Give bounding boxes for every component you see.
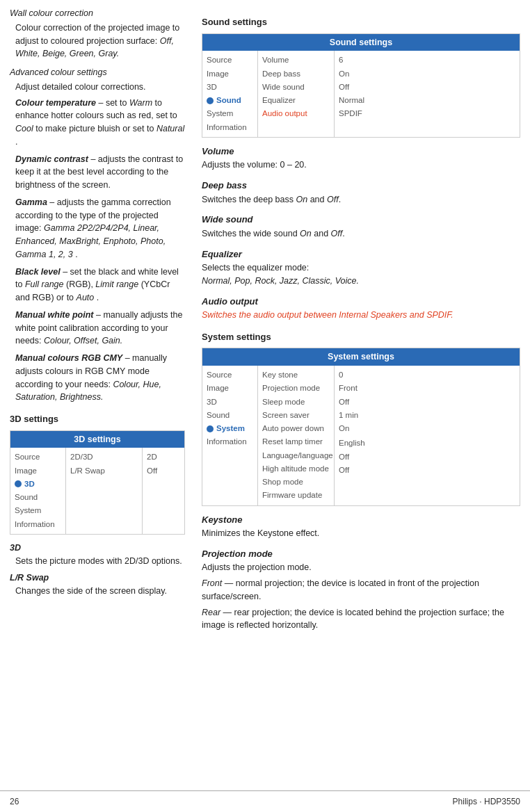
3d-item-3d: 3D Sets the picture modes with 2D/3D opt… — [10, 542, 185, 568]
3d-val-lrswap: Off — [147, 464, 180, 478]
widesound-on: On — [300, 229, 312, 238]
3d-settings-values: 2D Off — [143, 448, 184, 534]
3d-settings-menu: 2D/3D L/R Swap — [66, 448, 143, 534]
colour-temperature-entry: Colour temperature – set to Warm to enha… — [10, 97, 185, 149]
sound-nav-3d[interactable]: 3D — [207, 81, 253, 94]
bl-val2: Limit range — [95, 279, 138, 289]
sound-settings-table: Sound settings Source Image 3D Sound Sys… — [202, 33, 520, 138]
manual-colours-rgb-cmy-entry: Manual colours RGB CMY – manually adjust… — [10, 352, 185, 404]
system-menu-screensaver[interactable]: Screen saver — [262, 409, 330, 422]
sound-settings-menu: Volume Deep bass Wide sound Equalizer Au… — [258, 51, 335, 137]
system-val-shopmode: Off — [339, 464, 515, 477]
manual-white-point-body: Manual white point – manually adjusts th… — [10, 309, 185, 348]
3d-item-lrswap-label: L/R Swap — [10, 571, 185, 585]
system-val-keystone: 0 — [339, 368, 515, 382]
bl-val3: Auto — [77, 293, 95, 302]
sound-settings-nav: Source Image 3D Sound System Information — [202, 51, 258, 137]
manual-colours-label: Manual colours RGB CMY — [15, 353, 122, 363]
sound-nav-sound[interactable]: Sound — [207, 94, 253, 107]
sound-settings-title: Sound settings — [202, 15, 520, 29]
3d-nav-system[interactable]: System — [15, 504, 61, 517]
sound-audiooutput-title: Audio output — [202, 295, 520, 309]
system-val-language: English — [339, 437, 515, 450]
wcc-body-text: Colour correction of the projected image… — [15, 23, 179, 46]
3d-menu-2d3d[interactable]: 2D/3D — [70, 450, 138, 464]
manual-white-point-entry: Manual white point – manually adjusts th… — [10, 309, 185, 348]
system-nav-image[interactable]: Image — [207, 382, 253, 395]
system-settings-header: System settings — [202, 348, 520, 366]
manual-colours-body: Manual colours RGB CMY – manually adjust… — [10, 352, 185, 404]
black-level-body: Black level – set the black and white le… — [10, 266, 185, 304]
system-menu-sleepmode[interactable]: Sleep mode — [262, 396, 330, 409]
3d-menu-lrswap[interactable]: L/R Swap — [70, 464, 138, 478]
mwp-vals: Colour, Offset, Gain. — [44, 336, 122, 346]
3d-settings-section-title: 3D settings — [10, 412, 185, 426]
system-menu-language[interactable]: Language/language — [262, 449, 330, 462]
audiooutput-spdif: SPDIF — [426, 310, 451, 320]
sound-menu-equalizer[interactable]: Equalizer — [262, 94, 330, 107]
3d-nav-sound[interactable]: Sound — [15, 491, 61, 504]
audiooutput-internal: Internal Speakers — [339, 310, 407, 320]
sound-settings-values: 6 On Off Normal SPDIF — [335, 51, 520, 137]
sound-val-deepbass: On — [339, 67, 515, 81]
system-menu-shopmode[interactable]: Shop mode — [262, 476, 330, 489]
black-level-label: Black level — [15, 267, 61, 277]
ct-val2: Cool — [15, 124, 33, 133]
sound-audiooutput-body: Switches the audio output between Intern… — [202, 309, 520, 322]
ct-val1: Warm — [129, 98, 152, 108]
3d-item-3d-body: Sets the picture modes with 2D/3D option… — [10, 555, 185, 568]
advanced-colour-settings-intro: Adjust detailed colour corrections. — [10, 81, 185, 94]
sound-menu-widesound[interactable]: Wide sound — [262, 81, 330, 94]
system-menu-firmwareupdate[interactable]: Firmware update — [262, 489, 330, 502]
system-keystone-title: Keystone — [202, 513, 520, 527]
system-nav-source[interactable]: Source — [207, 368, 253, 382]
3d-nav-image[interactable]: Image — [15, 464, 61, 478]
left-column: Wall colour correction Colour correction… — [0, 0, 195, 784]
system-settings-values: 0 Front Off 1 min On English Off Off — [335, 366, 520, 505]
sound-audiooutput-section: Audio output Switches the audio output b… — [202, 295, 520, 322]
dynamic-contrast-label: Dynamic contrast — [15, 154, 88, 164]
system-nav-information[interactable]: Information — [207, 435, 253, 448]
system-menu-projectionmode[interactable]: Projection mode — [262, 382, 330, 395]
sound-nav-source[interactable]: Source — [207, 54, 253, 67]
system-settings-table: System settings Source Image 3D Sound Sy… — [202, 348, 520, 505]
3d-nav-3d[interactable]: 3D — [15, 478, 61, 491]
sound-menu-audiooutput[interactable]: Audio output — [262, 107, 330, 120]
3d-nav-source[interactable]: Source — [15, 450, 61, 464]
sound-nav-system[interactable]: System — [207, 107, 253, 120]
product-name: Philips · HDP3550 — [453, 797, 520, 806]
system-keystone-section: Keystone Minimizes the Keystone effect. — [202, 513, 520, 540]
sound-nav-information[interactable]: Information — [207, 121, 253, 134]
gamma-label: Gamma — [15, 197, 47, 207]
sound-nav-image[interactable]: Image — [207, 67, 253, 81]
footer: 26 Philips · HDP3550 — [0, 790, 530, 812]
manual-white-point-label: Manual white point — [15, 310, 94, 320]
system-projectionmode-title: Projection mode — [202, 547, 520, 561]
system-settings-menu: Key stone Projection mode Sleep mode Scr… — [258, 366, 335, 505]
system-menu-highaltitude[interactable]: High altitude mode — [262, 462, 330, 476]
system-nav-3d[interactable]: 3D — [207, 396, 253, 409]
colour-temperature-label: Colour temperature — [15, 98, 96, 108]
rear-label: Rear — [202, 608, 220, 617]
deepbass-on: On — [296, 195, 308, 204]
advanced-colour-settings-title: Advanced colour settings — [10, 66, 185, 79]
3d-item-lrswap: L/R Swap Changes the side of the screen … — [10, 571, 185, 598]
system-projectionmode-body: Adjusts the projection mode. — [202, 561, 520, 574]
system-menu-resetlamptimer[interactable]: Reset lamp timer — [262, 435, 330, 448]
system-settings-body: Source Image 3D Sound System Information… — [202, 366, 520, 505]
system-menu-autopowerdown[interactable]: Auto power down — [262, 422, 330, 435]
gamma-body2: . — [75, 250, 77, 259]
wall-colour-correction-body: Colour correction of the projected image… — [10, 22, 185, 60]
sound-nav-dot — [207, 97, 214, 104]
system-val-sleepmode: Off — [339, 396, 515, 409]
system-val-projectionmode: Front — [339, 382, 515, 395]
3d-settings-header: 3D settings — [10, 431, 184, 448]
sound-menu-deepbass[interactable]: Deep bass — [262, 67, 330, 81]
system-nav-sound[interactable]: Sound — [207, 409, 253, 422]
3d-nav-information[interactable]: Information — [15, 518, 61, 531]
system-nav-system[interactable]: System — [207, 422, 253, 435]
system-menu-keystone[interactable]: Key stone — [262, 368, 330, 382]
system-projectionmode-front: Front — normal projection; the device is… — [202, 577, 520, 603]
sound-menu-volume[interactable]: Volume — [262, 54, 330, 67]
system-val-autopowerdown: On — [339, 422, 515, 435]
